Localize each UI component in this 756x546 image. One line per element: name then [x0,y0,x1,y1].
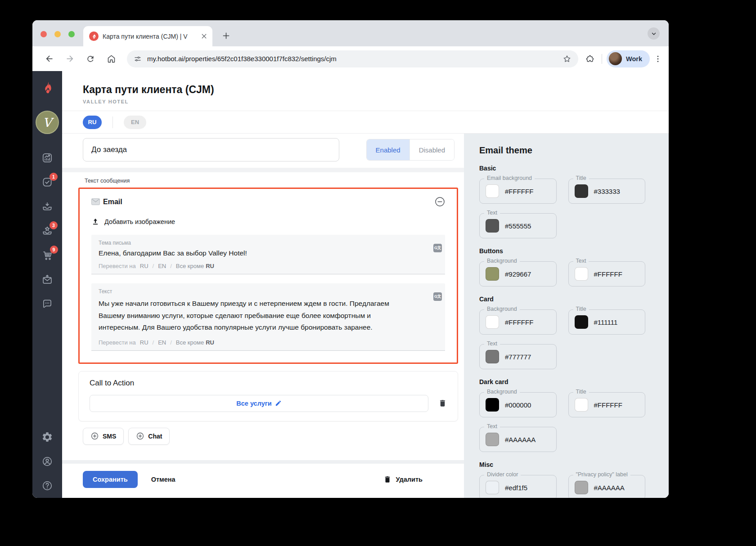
theme-grid: Divider color#edf1f5"Privacy policy" lab… [479,475,645,498]
color-field[interactable]: Text#FFFFFF [568,261,646,286]
email-block-title: Email [103,198,122,206]
address-bar[interactable]: my.hotbot.ai/properties/65f2c01f38e33000… [127,50,578,67]
toggle-disabled[interactable]: Disabled [410,139,454,160]
sidebar-item-reviews[interactable]: 3 [41,225,53,237]
theme-section-heading: Misc [479,461,645,468]
translate-to-ru-link[interactable]: RU [140,339,148,346]
sidebar-item-settings[interactable] [41,431,53,443]
color-field[interactable]: Title#111111 [568,309,646,335]
cta-services-link[interactable]: Все услуги [236,400,271,407]
theme-section: ButtonsBackground#929667Text#FFFFFF [479,247,645,286]
property-avatar[interactable]: V [36,111,59,134]
fullscreen-window-button[interactable] [68,31,75,37]
theme-section-heading: Card [479,295,645,303]
extensions-icon[interactable] [585,54,594,63]
trash-icon [383,475,392,483]
tab-search-chevron-icon[interactable] [648,27,660,40]
minimize-window-button[interactable] [54,31,61,37]
home-button[interactable] [101,50,122,68]
profile-label: Work [626,55,642,63]
back-button[interactable] [39,50,59,68]
browser-tab[interactable]: Карта пути клиента (CJM) | V [83,26,212,46]
translate-all-except-link[interactable]: Все кромеRU [176,339,214,346]
color-field[interactable]: Text#777777 [479,344,557,369]
forward-button[interactable] [59,50,80,68]
translate-row: Перевести на RU / EN / Все кромеRU [99,339,438,346]
url-text[interactable]: my.hotbot.ai/properties/65f2c01f38e33000… [147,55,562,63]
color-field-label: Divider color [484,471,521,478]
bookmark-star-icon[interactable] [562,54,572,63]
hotbot-flame-logo-icon[interactable] [40,81,54,94]
color-hex-value: #AAAAAA [594,484,625,492]
cancel-button[interactable]: Отмена [151,476,176,483]
collapse-email-icon[interactable] [435,197,445,207]
sidebar-item-tasks[interactable]: 1 [41,176,53,188]
color-field[interactable]: Email background#FFFFFF [479,179,557,204]
email-theme-sections: BasicEmail background#FFFFFFTitle#333333… [479,165,645,498]
color-field[interactable]: Background#000000 [479,392,557,417]
cta-delete-icon[interactable] [438,399,447,407]
subject-value[interactable]: Елена, благодарим Вас за выбор Valley Ho… [99,249,438,257]
browser-menu-icon[interactable] [653,54,662,63]
language-tabs-divider [112,116,113,128]
site-settings-icon[interactable] [134,55,142,63]
sidebar-item-chat[interactable] [41,298,53,310]
body-value[interactable]: Мы уже начали готовиться к Вашему приезд… [99,298,414,334]
plus-circle-icon [136,432,144,440]
browser-toolbar: my.hotbot.ai/properties/65f2c01f38e33000… [32,46,669,71]
sidebar-item-campaigns[interactable] [41,274,53,286]
cta-value-box[interactable]: Все услуги [90,395,428,412]
add-sms-button[interactable]: SMS [83,428,124,445]
sidebar-item-orders[interactable]: 9 [41,249,54,261]
theme-grid: Email background#FFFFFFTitle#333333Text#… [479,179,645,238]
tab-close-icon[interactable] [200,32,208,40]
stage-name-input[interactable] [83,138,339,161]
color-swatch [575,267,588,281]
sidebar-item-inbox[interactable] [41,201,53,212]
save-button[interactable]: Сохранить [83,471,138,488]
color-hex-value: #FFFFFF [594,401,622,409]
color-field[interactable]: Text#AAAAAA [479,427,557,452]
email-subject-field[interactable]: Тема письма Елена, благодарим Вас за выб… [91,235,445,274]
enabled-toggle: Enabled Disabled [366,139,454,161]
close-window-button[interactable] [40,31,47,37]
color-field[interactable]: Background#929667 [479,261,557,286]
delete-stage-button[interactable]: Удалить [383,475,423,483]
color-field-label: Text [573,258,589,264]
color-swatch [575,315,588,329]
email-body-field[interactable]: Текст Мы уже начали готовиться к Вашему … [91,283,445,351]
profile-chip[interactable]: Work [607,50,650,67]
color-field[interactable]: Title#FFFFFF [568,392,646,417]
google-translate-icon[interactable]: G文 [433,292,442,301]
sidebar-item-profile[interactable] [41,456,53,467]
add-channel-row: SMS Chat [83,428,464,445]
translate-to-ru-link[interactable]: RU [140,263,148,269]
translate-all-except-link[interactable]: Все кромеRU [176,263,214,269]
color-hex-value: #111111 [594,318,618,326]
reload-button[interactable] [80,50,101,68]
envelope-icon [91,198,100,205]
translate-to-en-link[interactable]: EN [158,339,166,346]
color-field-label: Title [573,175,589,181]
color-field[interactable]: Title#333333 [568,179,646,204]
toggle-enabled[interactable]: Enabled [367,139,410,160]
tab-strip: Карта пути клиента (CJM) | V [32,20,669,46]
google-translate-icon[interactable]: G文 [433,244,442,252]
slash-separator: / [170,263,172,269]
new-tab-button[interactable] [221,31,231,40]
color-field[interactable]: "Privacy policy" label#AAAAAA [568,475,646,498]
translate-row: Перевести на RU / EN / Все кромеRU [99,263,438,269]
translate-to-en-link[interactable]: EN [158,263,166,269]
sidebar-item-analytics[interactable] [41,152,53,164]
theme-grid: Background#000000Title#FFFFFFText#AAAAAA [479,392,645,452]
color-field[interactable]: Background#FFFFFF [479,309,557,335]
color-hex-value: #FFFFFF [594,270,622,278]
color-field[interactable]: Divider color#edf1f5 [479,475,557,498]
add-chat-button[interactable]: Chat [128,428,170,445]
theme-section: MiscDivider color#edf1f5"Privacy policy"… [479,461,645,498]
sidebar-item-help[interactable] [41,480,53,492]
color-field[interactable]: Text#555555 [479,213,557,238]
tab-lang-ru[interactable]: RU [83,116,102,129]
add-image-button[interactable]: Добавить изображение [91,218,445,226]
tab-lang-en[interactable]: EN [124,116,146,129]
